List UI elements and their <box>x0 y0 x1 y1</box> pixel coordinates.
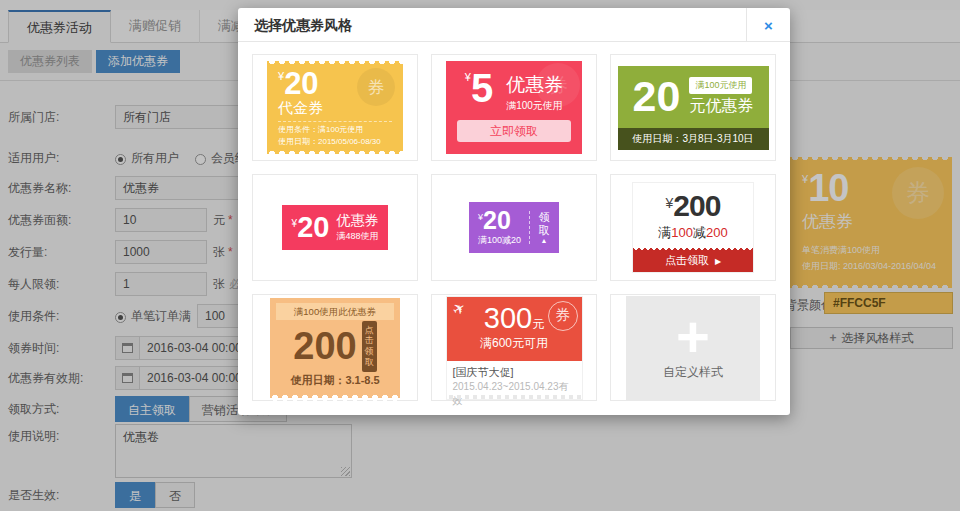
coupon-style-cell-green[interactable]: 20 满100元使用 元优惠券 使用日期：3月8日-3月10日 <box>610 54 776 161</box>
perforation-top <box>267 57 403 65</box>
perforation-bottom <box>267 150 403 158</box>
coupon-amount: 300 <box>484 302 532 334</box>
condition-tag: 满100元使用 <box>689 77 752 94</box>
coupon-style-cell-red-300[interactable]: ✈ 券 300元 满600元可用 [国庆节大促] 2015.04.23~2015… <box>431 294 597 401</box>
modal-title: 选择优惠券风格 <box>238 8 790 42</box>
coupon-badge-icon: 券 <box>357 68 395 106</box>
custom-style-tile: + 自定义样式 <box>626 296 760 400</box>
coupon-amount: 20 <box>483 206 511 234</box>
coupon-amount: 20 <box>284 66 318 101</box>
coupon-amount: 200 <box>673 189 720 222</box>
click-claim-vertical-tag[interactable]: 点击领取 <box>362 321 377 372</box>
coupon-style-cell-purple[interactable]: ¥20 满100减20 领取 ▲ <box>431 174 597 281</box>
coupon-badge-icon: 券 <box>548 301 578 331</box>
coupon-red-300: ✈ 券 300元 满600元可用 [国庆节大促] 2015.04.23~2015… <box>446 296 583 400</box>
coupon-date-bar: 使用日期：3月8日-3月10日 <box>618 128 769 150</box>
claim-section[interactable]: 领取 ▲ <box>529 211 550 243</box>
coupon-title: 优惠券 <box>336 212 378 230</box>
coupon-header-strip: 满100使用此优惠券 <box>276 303 394 320</box>
close-icon[interactable]: × <box>746 8 790 42</box>
coupon-yellow: 券 ¥20 代金券 使用条件：满100元使用 使用日期：2015/05/06-0… <box>267 61 403 154</box>
coupon-date: 使用日期：2015/05/06-08/30 <box>278 136 392 148</box>
coupon-red: 券 ¥ 5 优惠券 满100元使用 立即领取 <box>446 61 582 154</box>
coupon-condition: 满600元可用 <box>447 335 582 352</box>
perforation-bottom <box>447 394 582 400</box>
coupon-amount: 20 <box>633 72 681 121</box>
coupon-name: 元优惠券 <box>689 96 753 117</box>
coupon-condition: 满100减200 <box>633 224 753 242</box>
coupon-style-cell-custom[interactable]: + 自定义样式 <box>610 294 776 401</box>
coupon-style-cell-badge-red[interactable]: ¥20 优惠券 满488使用 <box>252 174 418 281</box>
modal-header: 选择优惠券风格 × <box>238 8 790 42</box>
coupon-amount: 5 <box>471 69 493 107</box>
cond-number: 200 <box>706 225 728 240</box>
cond-text: 满 <box>658 225 671 240</box>
arrow-right-icon: ▶ <box>715 257 721 266</box>
coupon-style-grid: 券 ¥20 代金券 使用条件：满100元使用 使用日期：2015/05/06-0… <box>238 42 790 413</box>
cond-text: 减 <box>693 225 706 240</box>
coupon-condition: 满100减20 <box>478 234 521 247</box>
coupon-white-200: ¥200 满100减200 点击领取▶ <box>632 182 754 273</box>
coupon-style-modal: 选择优惠券风格 × 券 ¥20 代金券 使用条件：满100元使用 使用日期：20… <box>238 8 790 415</box>
coupon-style-cell-red[interactable]: 券 ¥ 5 优惠券 满100元使用 立即领取 <box>431 54 597 161</box>
coupon-style-cell-yellow[interactable]: 券 ¥20 代金券 使用条件：满100元使用 使用日期：2015/05/06-0… <box>252 54 418 161</box>
custom-style-label: 自定义样式 <box>663 364 723 381</box>
coupon-green: 20 满100元使用 元优惠券 使用日期：3月8日-3月10日 <box>618 66 769 150</box>
claim-now-button[interactable]: 立即领取 <box>457 120 571 142</box>
coupon-orange: 满100使用此优惠券 200 点击领取 使用日期：3.1-8.5 <box>270 298 400 398</box>
click-claim-label: 点击领取 <box>665 254 709 266</box>
coupon-style-cell-white-200[interactable]: ¥200 满100减200 点击领取▶ <box>610 174 776 281</box>
coupon-condition: 使用条件：满100元使用 <box>278 124 392 136</box>
cond-number: 100 <box>671 225 693 240</box>
amount-unit: 元 <box>532 317 544 331</box>
perforation-bottom <box>270 394 400 402</box>
coupon-condition: 满488使用 <box>336 230 378 243</box>
coupon-badge-red: ¥20 优惠券 满488使用 <box>282 205 389 250</box>
claim-label: 领取 <box>538 211 550 236</box>
coupon-amount: 20 <box>297 211 329 243</box>
dashed-divider <box>278 121 392 122</box>
coupon-amount: 200 <box>293 327 356 365</box>
coupon-badge-icon: 券 <box>536 63 580 107</box>
coupon-style-cell-orange[interactable]: 满100使用此优惠券 200 点击领取 使用日期：3.1-8.5 <box>252 294 418 401</box>
perforation-top <box>633 246 753 251</box>
coupon-purple: ¥20 满100减20 领取 ▲ <box>469 202 559 253</box>
click-claim-button[interactable]: 点击领取▶ <box>633 248 753 272</box>
promo-title: [国庆节大促] <box>453 365 576 380</box>
plus-icon: + <box>676 314 710 360</box>
coupon-date: 使用日期：3.1-8.5 <box>276 373 394 388</box>
triangle-up-icon: ▲ <box>538 237 550 244</box>
